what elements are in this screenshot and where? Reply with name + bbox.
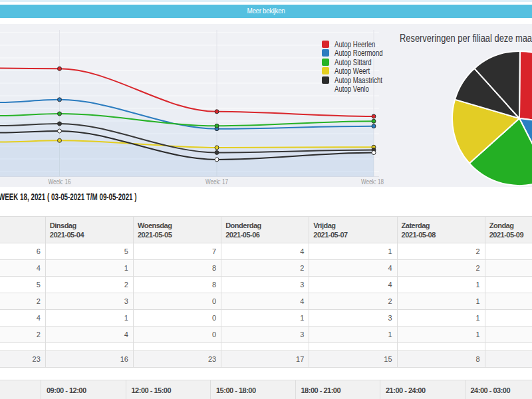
svg-text:Week: 16: Week: 16 bbox=[49, 178, 71, 186]
svg-text:Week: 17: Week: 17 bbox=[205, 178, 228, 186]
svg-text:Week: 18: Week: 18 bbox=[361, 178, 384, 186]
